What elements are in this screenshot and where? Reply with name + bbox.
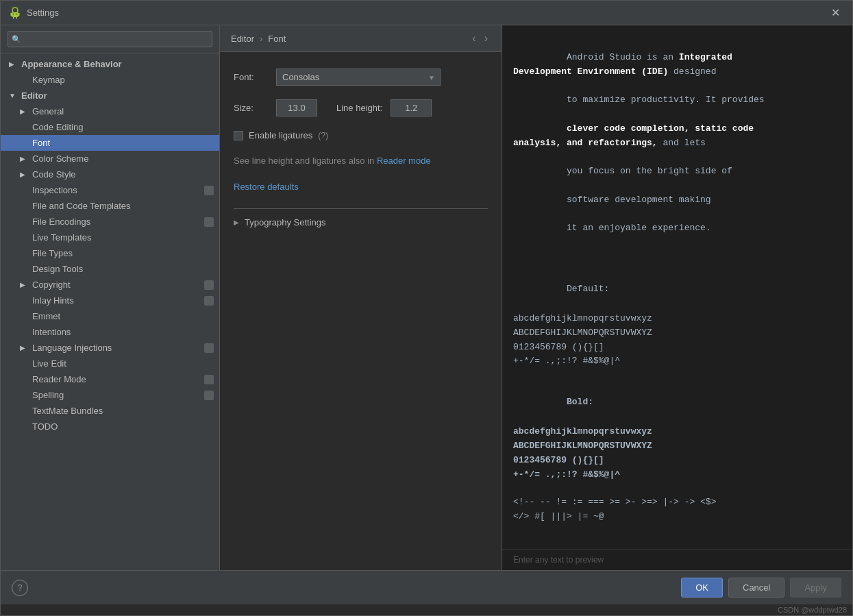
sidebar-item-inlay-hints[interactable]: Inlay Hints <box>1 293 219 308</box>
settings-icon <box>204 343 214 353</box>
settings-icon <box>204 375 214 384</box>
preview-bold-lower: abcdefghijklmnopqrstuvwxyz <box>513 425 841 439</box>
typography-section[interactable]: ▶ Typography Settings <box>234 208 488 230</box>
sidebar-item-general[interactable]: ▶ General <box>1 103 219 119</box>
expand-arrow-icon: ▶ <box>9 60 18 68</box>
search-box: 🔍 <box>1 25 219 53</box>
svg-rect-8 <box>13 16 14 19</box>
reader-mode-link[interactable]: Reader mode <box>377 156 431 166</box>
preview-intro: Android Studio is an IntegratedDevelopme… <box>513 36 841 250</box>
sidebar-item-appearance[interactable]: ▶ Appearance & Behavior <box>1 56 219 72</box>
preview-default-lower: abcdefghijklmnopqrstuvwxyz <box>513 312 841 326</box>
ok-button[interactable]: OK <box>681 578 723 597</box>
breadcrumb-separator: › <box>260 34 262 44</box>
sidebar-item-font[interactable]: Font <box>1 135 219 151</box>
size-row: Size: Line height: <box>234 99 488 116</box>
watermark: CSDN @wddptwd28 <box>1 604 852 615</box>
sidebar-item-copyright[interactable]: ▶ Copyright <box>1 277 219 293</box>
sidebar-item-code-editing[interactable]: Code Editing <box>1 119 219 135</box>
settings-content: Font: Consolas ▼ Size: Line height: <box>220 52 502 570</box>
sidebar-item-live-templates[interactable]: Live Templates <box>1 230 219 245</box>
sidebar-item-live-edit[interactable]: Live Edit <box>1 356 219 371</box>
search-icon: 🔍 <box>12 35 21 44</box>
title-bar: Settings ✕ <box>1 1 852 25</box>
expand-arrow-icon: ▶ <box>234 219 239 226</box>
sidebar-item-file-types[interactable]: File Types <box>1 245 219 261</box>
sidebar-item-file-encodings[interactable]: File Encodings <box>1 214 219 230</box>
sidebar-item-file-code-templates[interactable]: File and Code Templates <box>1 198 219 214</box>
center-panel: Editor › Font ‹ › Font: Consolas ▼ <box>220 25 502 570</box>
sidebar-item-color-scheme[interactable]: ▶ Color Scheme <box>1 151 219 167</box>
ligatures-checkbox[interactable] <box>234 131 243 140</box>
settings-icon <box>204 391 214 400</box>
bottom-bar: ? OK Cancel Apply <box>1 570 852 604</box>
settings-icon <box>204 280 214 290</box>
line-height-input[interactable] <box>391 99 432 116</box>
search-input[interactable] <box>8 31 212 47</box>
size-input[interactable] <box>276 99 317 116</box>
window-title: Settings <box>27 8 827 18</box>
sidebar-item-inspections[interactable]: Inspections <box>1 182 219 198</box>
expand-arrow-icon: ▶ <box>20 171 29 178</box>
sidebar: 🔍 ▶ Appearance & Behavior Keymap ▼ <box>1 25 220 570</box>
line-height-label: Line height: <box>336 103 382 113</box>
sidebar-item-design-tools[interactable]: Design Tools <box>1 261 219 277</box>
expand-arrow-icon: ▶ <box>20 281 29 288</box>
sidebar-item-textmate-bundles[interactable]: TextMate Bundles <box>1 403 219 419</box>
breadcrumb-current: Font <box>268 34 286 44</box>
svg-line-2 <box>17 8 18 9</box>
expand-arrow-icon: ▶ <box>20 155 29 162</box>
svg-rect-6 <box>11 12 12 16</box>
apply-button[interactable]: Apply <box>790 578 841 597</box>
sidebar-item-editor[interactable]: ▼ Editor <box>1 88 219 103</box>
svg-point-4 <box>13 13 14 14</box>
typography-label: Typography Settings <box>245 217 326 227</box>
sidebar-item-code-style[interactable]: ▶ Code Style <box>1 167 219 182</box>
android-icon <box>9 7 21 19</box>
restore-defaults-link[interactable]: Restore defaults <box>234 182 488 192</box>
close-button[interactable]: ✕ <box>827 5 844 21</box>
preview-default-nums: 0123456789 (){}[] <box>513 341 841 355</box>
preview-default-upper: ABCDEFGHIJKLMNOPQRSTUVWXYZ <box>513 326 841 341</box>
svg-point-5 <box>16 13 18 14</box>
preview-default-title: Default: <box>513 269 841 309</box>
ligatures-label: Enable ligatures <box>249 130 312 140</box>
nav-buttons: ‹ › <box>469 31 491 46</box>
expand-arrow-icon: ▶ <box>20 344 29 352</box>
svg-rect-7 <box>18 12 20 16</box>
font-select[interactable]: Consolas <box>276 69 441 86</box>
settings-icon <box>204 217 214 227</box>
font-row: Font: Consolas ▼ <box>234 69 488 86</box>
cancel-button[interactable]: Cancel <box>728 578 784 597</box>
preview-bold-title: Bold: <box>513 382 841 423</box>
preview-ligatures-line1: <!-- -- != := === >= >- >=> |-> -> <$> <box>513 495 841 510</box>
breadcrumb-parent: Editor <box>231 34 254 44</box>
preview-text-area[interactable]: Android Studio is an IntegratedDevelopme… <box>502 25 852 549</box>
preview-bold-text: IntegratedDevelopment Environment (IDE) <box>513 52 732 77</box>
sidebar-item-emmet[interactable]: Emmet <box>1 308 219 324</box>
preview-bold-section: abcdefghijklmnopqrstuvwxyz ABCDEFGHIJKLM… <box>513 425 841 482</box>
sidebar-item-keymap[interactable]: Keymap <box>1 72 219 88</box>
see-also-text: See line height and ligatures also in Re… <box>234 154 488 168</box>
settings-window: Settings ✕ 🔍 ▶ Appearance & Behavior <box>0 0 853 616</box>
sidebar-item-spelling[interactable]: Spelling <box>1 387 219 403</box>
settings-icon <box>204 296 214 306</box>
preview-bold-nums: 0123456789 (){}[] <box>513 454 841 468</box>
help-icon[interactable]: (?) <box>318 131 328 140</box>
sidebar-item-language-injections[interactable]: ▶ Language Injections <box>1 340 219 356</box>
nav-tree: ▶ Appearance & Behavior Keymap ▼ Editor … <box>1 53 219 570</box>
sidebar-item-reader-mode[interactable]: Reader Mode <box>1 371 219 387</box>
forward-button[interactable]: › <box>482 31 491 46</box>
font-dropdown-wrapper: Consolas ▼ <box>276 69 441 86</box>
ligatures-row: Enable ligatures (?) <box>234 130 488 140</box>
preview-default-syms: +-*/= .,;:!? #&$%@|^ <box>513 354 841 369</box>
back-button[interactable]: ‹ <box>469 31 478 46</box>
font-label: Font: <box>234 72 268 82</box>
sidebar-item-intentions[interactable]: Intentions <box>1 324 219 340</box>
preview-placeholder: Enter any text to preview <box>502 549 852 570</box>
help-button[interactable]: ? <box>12 580 28 596</box>
sidebar-item-todo[interactable]: TODO <box>1 419 219 434</box>
size-label: Size: <box>234 103 268 113</box>
preview-bold-upper: ABCDEFGHIJKLMNOPQRSTUVWXYZ <box>513 439 841 454</box>
settings-icon <box>204 186 214 195</box>
